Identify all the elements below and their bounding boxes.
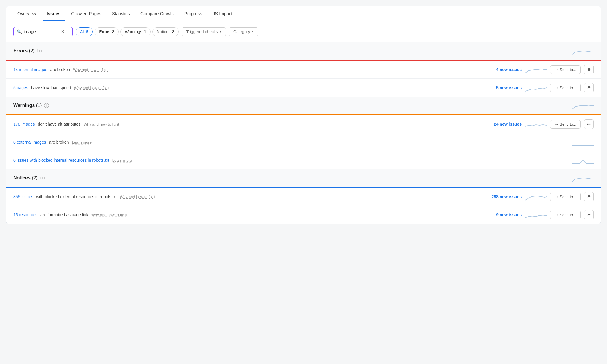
filter-bar: 🔍 ✕ All 5Errors 2Warnings 1Notices 2 Tri…: [6, 21, 601, 42]
sparkline-blocked-resources: [572, 155, 594, 165]
send-icon: ↪: [555, 68, 558, 72]
section-warnings: Warnings (1) i 178 images don't have alt…: [6, 97, 601, 169]
filter-pill-notices[interactable]: Notices 2: [152, 27, 179, 36]
issue-link-blocked-external[interactable]: 855 issues: [13, 194, 33, 199]
send-button-blocked-external[interactable]: ↪ Send to...: [550, 193, 581, 201]
new-issues-slow-load: 5 new issues: [489, 85, 522, 90]
nav-tabs: OverviewIssuesCrawled PagesStatisticsCom…: [6, 6, 601, 21]
why-link-page-link[interactable]: Why and how to fix it: [91, 213, 127, 217]
why-link-blocked-resources[interactable]: Learn more: [112, 158, 132, 163]
send-icon: ↪: [555, 86, 558, 90]
section-title-errors: Errors (2) i: [13, 48, 42, 54]
eye-button-broken-images[interactable]: 👁: [584, 65, 594, 74]
why-link-external-images[interactable]: Learn more: [72, 140, 91, 145]
issue-link-alt-attributes[interactable]: 178 images: [13, 122, 35, 126]
tab-statistics[interactable]: Statistics: [108, 6, 134, 21]
sparkline-slow-load: [525, 83, 547, 92]
new-issues-page-link: 9 new issues: [489, 212, 522, 217]
issue-text-page-link: are formatted as page link: [40, 212, 88, 217]
section-sparkline-warnings: [572, 101, 594, 110]
send-button-alt-attributes[interactable]: ↪ Send to...: [550, 120, 581, 129]
clear-search-button[interactable]: ✕: [61, 29, 64, 34]
issues-content: Errors (2) i 14 internal images are brok…: [6, 42, 601, 224]
section-header-warnings: Warnings (1) i: [6, 97, 601, 114]
new-issues-broken-images: 4 new issues: [489, 67, 522, 72]
section-title-warnings: Warnings (1) i: [13, 103, 49, 108]
issue-row-broken-images: 14 internal images are broken Why and ho…: [6, 61, 601, 79]
filter-pill-errors[interactable]: Errors 2: [95, 27, 119, 36]
category-dropdown[interactable]: Category ▾: [229, 27, 258, 36]
section-header-notices: Notices (2) i: [6, 169, 601, 187]
filter-pills: All 5Errors 2Warnings 1Notices 2: [76, 27, 179, 36]
section-sparkline-notices: [572, 173, 594, 183]
new-issues-alt-attributes: 24 new issues: [489, 122, 522, 126]
issue-main-blocked-resources: 0 issues with blocked internal resources…: [13, 158, 533, 163]
eye-button-slow-load[interactable]: 👁: [584, 83, 594, 92]
issue-link-blocked-resources[interactable]: 0 issues with blocked internal resources…: [13, 158, 109, 163]
send-button-page-link[interactable]: ↪ Send to...: [550, 211, 581, 219]
filter-pill-warnings[interactable]: Warnings 1: [120, 27, 150, 36]
issue-link-page-link[interactable]: 15 resources: [13, 212, 37, 217]
sparkline-page-link: [525, 210, 547, 219]
issue-text-alt-attributes: don't have alt attributes: [38, 122, 80, 126]
tab-crawled-pages[interactable]: Crawled Pages: [67, 6, 106, 21]
tab-progress[interactable]: Progress: [180, 6, 206, 21]
section-title-notices: Notices (2) i: [13, 175, 45, 181]
send-icon: ↪: [555, 213, 558, 217]
why-link-slow-load[interactable]: Why and how to fix it: [74, 86, 109, 90]
send-button-broken-images[interactable]: ↪ Send to...: [550, 65, 581, 74]
eye-button-page-link[interactable]: 👁: [584, 210, 594, 219]
chevron-down-icon: ▾: [252, 30, 254, 33]
chevron-down-icon: ▾: [220, 30, 221, 33]
issue-main-blocked-external: 855 issues with blocked external resourc…: [13, 194, 485, 199]
tab-compare-crawls[interactable]: Compare Crawls: [136, 6, 178, 21]
info-icon-errors[interactable]: i: [37, 49, 42, 53]
new-issues-blocked-external: 298 new issues: [489, 194, 522, 199]
issue-row-blocked-external: 855 issues with blocked external resourc…: [6, 188, 601, 206]
send-icon: ↪: [555, 122, 558, 126]
search-box: 🔍 ✕: [13, 27, 73, 36]
section-errors: Errors (2) i 14 internal images are brok…: [6, 42, 601, 97]
issue-link-broken-images[interactable]: 14 internal images: [13, 67, 47, 72]
triggered-checks-dropdown[interactable]: Triggered checks ▾: [182, 27, 226, 36]
why-link-blocked-external[interactable]: Why and how to fix it: [120, 195, 155, 199]
issue-row-alt-attributes: 178 images don't have alt attributes Why…: [6, 115, 601, 133]
filter-pill-all[interactable]: All 5: [76, 27, 93, 36]
eye-icon: 👁: [587, 212, 591, 217]
eye-icon: 👁: [587, 67, 591, 72]
eye-icon: 👁: [587, 194, 591, 199]
issue-main-alt-attributes: 178 images don't have alt attributes Why…: [13, 122, 485, 126]
search-icon: 🔍: [17, 29, 22, 34]
issue-main-page-link: 15 resources are formatted as page link …: [13, 212, 485, 217]
sparkline-alt-attributes: [525, 119, 547, 129]
issue-row-page-link: 15 resources are formatted as page link …: [6, 206, 601, 224]
issue-link-slow-load[interactable]: 5 pages: [13, 85, 28, 90]
issue-text-blocked-external: with blocked external resources in robot…: [36, 194, 117, 199]
issue-main-broken-images: 14 internal images are broken Why and ho…: [13, 67, 485, 72]
issue-main-external-images: 0 external images are broken Learn more: [13, 140, 533, 145]
tab-issues[interactable]: Issues: [43, 6, 65, 21]
search-input[interactable]: [24, 29, 59, 34]
why-link-broken-images[interactable]: Why and how to fix it: [73, 68, 108, 72]
eye-icon: 👁: [587, 122, 591, 127]
tab-js-impact[interactable]: JS Impact: [209, 6, 237, 21]
section-sparkline-errors: [572, 46, 594, 56]
why-link-alt-attributes[interactable]: Why and how to fix it: [84, 122, 119, 126]
eye-button-blocked-external[interactable]: 👁: [584, 192, 594, 201]
issue-row-external-images: 0 external images are broken Learn more: [6, 133, 601, 151]
section-header-errors: Errors (2) i: [6, 42, 601, 60]
sparkline-external-images: [572, 137, 594, 147]
issue-main-slow-load: 5 pages have slow load speed Why and how…: [13, 85, 485, 90]
issue-text-slow-load: have slow load speed: [31, 85, 71, 90]
section-notices: Notices (2) i 855 issues with blocked ex…: [6, 169, 601, 224]
tab-overview[interactable]: Overview: [13, 6, 40, 21]
issue-text-external-images: are broken: [49, 140, 69, 145]
eye-button-alt-attributes[interactable]: 👁: [584, 119, 594, 129]
issue-link-external-images[interactable]: 0 external images: [13, 140, 46, 145]
info-icon-warnings[interactable]: i: [44, 103, 49, 108]
sparkline-blocked-external: [525, 192, 547, 201]
send-button-slow-load[interactable]: ↪ Send to...: [550, 84, 581, 92]
info-icon-notices[interactable]: i: [40, 176, 45, 180]
sparkline-broken-images: [525, 65, 547, 74]
eye-icon: 👁: [587, 85, 591, 90]
